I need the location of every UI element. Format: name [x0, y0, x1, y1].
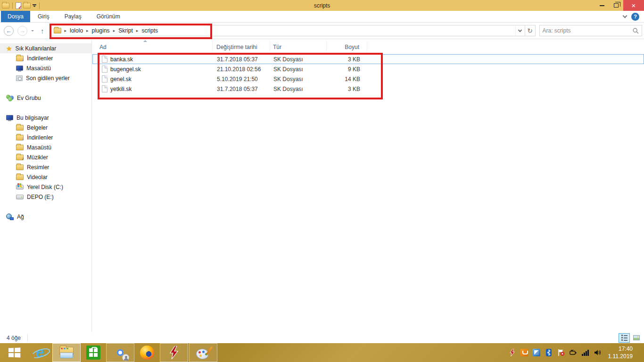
- sidebar-item-label: Ev Grubu: [17, 95, 41, 101]
- sidebar-item-videos[interactable]: Videolar: [0, 172, 91, 182]
- power-icon[interactable]: [570, 349, 578, 357]
- sidebar-item-local-disk-c[interactable]: Yerel Disk (C:): [0, 182, 91, 192]
- taskbar-item-store[interactable]: [81, 343, 106, 362]
- taskbar-item-paint[interactable]: [189, 343, 217, 362]
- file-type: SK Dosyası: [271, 76, 327, 82]
- taskbar-item-lightning-app[interactable]: [160, 343, 188, 362]
- sidebar-item-downloads[interactable]: ↓ İndirilenler: [0, 53, 91, 63]
- network-signal-icon[interactable]: [582, 349, 590, 357]
- sidebar-item-network[interactable]: Ağ: [0, 212, 91, 222]
- separator: [27, 334, 28, 342]
- customize-qat-button[interactable]: [33, 4, 36, 7]
- file-icon: [102, 75, 107, 82]
- properties-icon[interactable]: [16, 2, 21, 9]
- tab-file[interactable]: Dosya: [1, 11, 30, 22]
- explorer-app-icon[interactable]: [2, 3, 9, 8]
- tray-java-icon[interactable]: [520, 349, 528, 357]
- minimize-button[interactable]: [595, 0, 609, 11]
- file-explorer-icon: [59, 347, 74, 358]
- tab-view[interactable]: Görünüm: [89, 11, 128, 22]
- sidebar-item-homegroup[interactable]: Ev Grubu: [0, 93, 91, 103]
- sidebar-item-desktop-pc[interactable]: Masaüstü: [0, 142, 91, 152]
- sidebar-item-pictures[interactable]: Resimler: [0, 162, 91, 172]
- sidebar-item-downloads-pc[interactable]: ↓ İndirilenler: [0, 132, 91, 142]
- taskbar-item-internet-explorer[interactable]: e: [28, 343, 52, 362]
- column-header-date[interactable]: Değiştirme tarihi: [213, 41, 270, 52]
- local-disk-icon: [16, 185, 24, 189]
- sidebar-item-this-pc[interactable]: Bu bilgisayar: [0, 113, 91, 123]
- taskbar-item-chrome[interactable]: [106, 343, 134, 362]
- thumbnails-view-icon: [633, 335, 640, 340]
- address-dropdown-button[interactable]: [515, 25, 525, 36]
- forward-button[interactable]: →: [17, 26, 27, 36]
- breadcrumb-item[interactable]: plugins: [92, 27, 110, 34]
- table-row-bugengel[interactable]: bugengel.sk 21.10.2018 02:56 SK Dosyası …: [92, 64, 644, 74]
- search-input[interactable]: Ara: scripts: [539, 25, 642, 36]
- breadcrumb-item[interactable]: scripts: [141, 27, 158, 34]
- sidebar-item-depo-e[interactable]: DEPO (E:): [0, 192, 91, 202]
- expand-ribbon-chevron-icon[interactable]: [623, 14, 627, 18]
- action-center-flag-icon[interactable]: [557, 349, 565, 357]
- new-folder-icon[interactable]: [23, 3, 31, 8]
- tray-lightning-icon[interactable]: [508, 349, 516, 357]
- column-header-type[interactable]: Tür: [270, 41, 327, 52]
- back-button[interactable]: ←: [4, 26, 14, 36]
- search-icon: [633, 28, 639, 34]
- tray-update-icon[interactable]: [533, 349, 541, 357]
- downloads-folder-icon: ↓: [16, 135, 24, 140]
- address-bar[interactable]: ▸ lololo ▸ plugins ▸ Skript ▸ scripts: [50, 25, 525, 36]
- table-row-banka[interactable]: banka.sk 31.7.2018 05:37 SK Dosyası 3 KB: [92, 54, 644, 64]
- clock-date: 1.11.2019: [608, 353, 633, 360]
- minimize-icon: [600, 5, 604, 6]
- table-row-yetkili[interactable]: yetkili.sk 31.7.2018 05:37 SK Dosyası 3 …: [92, 84, 644, 94]
- start-button[interactable]: [0, 343, 28, 362]
- restore-button[interactable]: [609, 0, 623, 11]
- table-row-genel[interactable]: genel.sk 5.10.2019 21:50 SK Dosyası 14 K…: [92, 74, 644, 84]
- bluetooth-icon[interactable]: [545, 349, 553, 357]
- computer-icon: [6, 115, 13, 120]
- close-button[interactable]: ×: [623, 0, 644, 11]
- ribbon-tab-bar: Dosya Giriş Paylaş Görünüm ?: [0, 11, 644, 23]
- file-name: banka.sk: [110, 56, 133, 63]
- navigation-pane: ★ Sık Kullanılanlar ↓ İndirilenler Masaü…: [0, 40, 92, 332]
- tab-home[interactable]: Giriş: [30, 11, 57, 22]
- details-view-button[interactable]: [619, 333, 630, 343]
- sidebar-item-documents[interactable]: Belgeler: [0, 123, 91, 132]
- sidebar-item-music[interactable]: ♪ Müzikler: [0, 152, 91, 162]
- taskbar-item-file-explorer[interactable]: [52, 343, 81, 362]
- drive-icon: [16, 195, 24, 199]
- file-name: yetkili.sk: [110, 86, 132, 92]
- taskbar-clock[interactable]: 17:40 1.11.2019: [606, 345, 633, 360]
- help-button[interactable]: ?: [631, 13, 639, 21]
- sidebar-item-favorites[interactable]: ★ Sık Kullanılanlar: [0, 43, 91, 53]
- up-button[interactable]: ↑: [41, 27, 44, 35]
- desktop-icon: [16, 66, 23, 71]
- column-header-name[interactable]: Ad: [92, 41, 213, 52]
- volume-icon[interactable]: [594, 349, 602, 357]
- breadcrumb-item[interactable]: lololo: [70, 27, 83, 34]
- file-type: SK Dosyası: [271, 86, 327, 92]
- videos-folder-icon: [16, 174, 24, 180]
- folder-icon: [54, 28, 61, 33]
- system-tray: 17:40 1.11.2019: [508, 343, 644, 362]
- file-name: genel.sk: [110, 76, 132, 82]
- sidebar-item-desktop[interactable]: Masaüstü: [0, 63, 91, 73]
- breadcrumb-separator-icon: ▸: [113, 28, 116, 33]
- recent-locations-chevron-icon[interactable]: [31, 30, 34, 32]
- clock-time: 17:40: [608, 345, 633, 353]
- taskbar-item-firefox[interactable]: [135, 343, 159, 362]
- tab-share[interactable]: Paylaş: [57, 11, 89, 22]
- file-date: 31.7.2018 05:37: [213, 86, 271, 92]
- status-bar: 4 öğe: [0, 332, 644, 343]
- thumbnails-view-button[interactable]: [631, 333, 642, 343]
- breadcrumb-separator-icon: ▸: [136, 28, 139, 33]
- refresh-button[interactable]: ↻: [525, 25, 536, 36]
- sidebar-item-recent-places[interactable]: Son gidilen yerler: [0, 73, 91, 83]
- breadcrumb-item[interactable]: Skript: [118, 27, 133, 34]
- file-date: 5.10.2019 21:50: [213, 76, 271, 82]
- file-icon: [102, 85, 107, 92]
- chevron-down-icon: [33, 6, 36, 7]
- file-size: 9 KB: [327, 66, 368, 73]
- file-size: 3 KB: [327, 86, 368, 92]
- column-header-size[interactable]: Boyut: [327, 41, 367, 52]
